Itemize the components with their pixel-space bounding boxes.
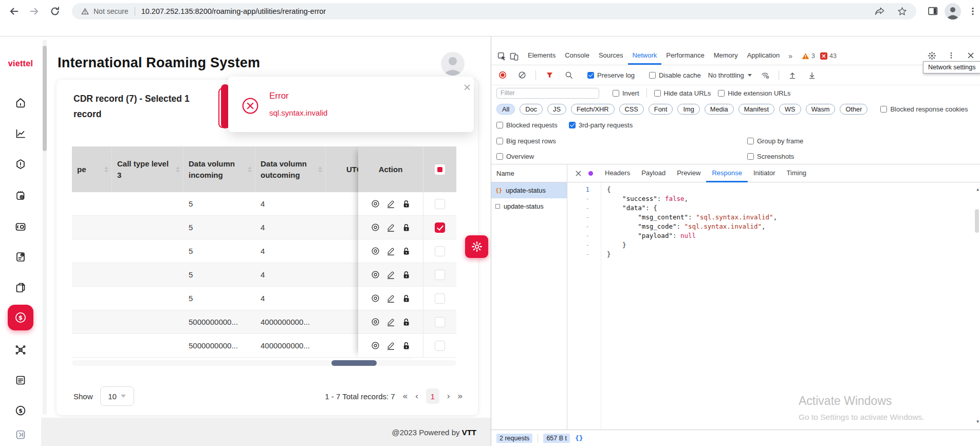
detail-tab-headers[interactable]: Headers (599, 164, 636, 182)
filter-chip-doc[interactable]: Doc (520, 104, 543, 115)
devtools-tab-memory[interactable]: Memory (709, 47, 743, 65)
settings-fab-button[interactable] (465, 235, 488, 258)
view-icon[interactable] (371, 270, 380, 279)
disable-cache-checkbox[interactable]: Disable cache (649, 71, 701, 79)
row-checkbox[interactable] (435, 222, 445, 233)
devtools-tab-network[interactable]: Network (628, 47, 662, 65)
app-vertical-scrollbar-thumb[interactable] (43, 46, 47, 151)
prev-page-button[interactable]: ‹ (415, 391, 418, 401)
row-checkbox[interactable] (435, 270, 445, 280)
filter-input[interactable] (496, 88, 599, 99)
invert-checkbox[interactable]: Invert (613, 89, 639, 97)
column-header-3[interactable]: Data volumn incoming (183, 146, 255, 192)
blocked-response-cookies-checkbox[interactable]: Blocked response cookies (880, 105, 968, 113)
detail-tab-payload[interactable]: Payload (636, 164, 671, 182)
user-avatar[interactable] (441, 52, 465, 76)
filter-chip-img[interactable]: Img (677, 104, 699, 115)
table-horizontal-scrollbar[interactable] (72, 360, 456, 366)
column-header-1[interactable]: pe (72, 146, 112, 192)
sort-carets-icon[interactable] (104, 166, 108, 173)
view-icon[interactable] (371, 247, 380, 255)
lock-icon[interactable] (402, 294, 411, 303)
request-row[interactable]: {}update-status (491, 182, 567, 198)
sort-carets-icon[interactable] (248, 166, 252, 173)
request-row[interactable]: update-status (491, 198, 567, 214)
big-request-rows-checkbox[interactable]: Big request rows (496, 137, 556, 145)
devtools-tab-sources[interactable]: Sources (594, 47, 628, 65)
sidebar-item-network[interactable] (14, 344, 27, 356)
lock-icon[interactable] (402, 223, 411, 232)
filter-chip-js[interactable]: JS (547, 104, 566, 115)
reload-icon[interactable] (49, 6, 61, 17)
sidebar-item-records[interactable] (14, 374, 27, 386)
column-header-2[interactable]: Call type level 3 (112, 146, 183, 192)
throttling-select[interactable]: No throttling (708, 71, 752, 79)
edit-icon[interactable] (386, 318, 395, 326)
select-all-checkbox[interactable] (435, 164, 445, 175)
devtools-tab-application[interactable]: Application (743, 47, 785, 65)
filter-chip-ws[interactable]: WS (779, 104, 801, 115)
record-network-log-icon[interactable] (496, 69, 509, 81)
current-page-button[interactable]: 1 (426, 388, 439, 404)
edit-icon[interactable] (386, 223, 395, 232)
detail-tab-response[interactable]: Response (706, 164, 748, 182)
requests-list-header[interactable]: Name (491, 164, 567, 182)
column-header-4[interactable]: Data volumn outcoming (255, 146, 326, 192)
overview-checkbox[interactable]: Overview (496, 153, 534, 160)
lock-icon[interactable] (402, 247, 411, 255)
sidebar-item-documents[interactable] (14, 282, 27, 294)
browser-profile-avatar[interactable] (945, 3, 961, 20)
device-toolbar-icon[interactable] (508, 50, 520, 62)
inspect-element-icon[interactable] (495, 50, 508, 62)
sidebar-item-line-chart[interactable] (14, 127, 27, 140)
sidebar-item-alert-hexagon[interactable] (14, 158, 27, 171)
last-page-button[interactable]: » (458, 391, 463, 401)
hide-extension-urls-checkbox[interactable]: Hide extension URLs (718, 89, 790, 97)
view-icon[interactable] (371, 199, 380, 208)
filter-chip-manifest[interactable]: Manifest (738, 104, 774, 115)
filter-chip-css[interactable]: CSS (619, 104, 644, 115)
view-icon[interactable] (371, 223, 380, 232)
clear-network-log-icon[interactable] (516, 69, 528, 81)
sidebar-item-logout[interactable] (14, 429, 27, 441)
devtools-tab-performance[interactable]: Performance (661, 47, 709, 65)
preserve-log-checkbox[interactable]: Preserve log (587, 71, 635, 79)
lock-icon[interactable] (402, 341, 411, 350)
filter-chip-other[interactable]: Other (840, 104, 867, 115)
close-detail-icon[interactable] (572, 167, 584, 179)
edit-icon[interactable] (386, 270, 395, 279)
row-checkbox[interactable] (435, 293, 445, 304)
filter-chip-fetchxhr[interactable]: Fetch/XHR (571, 104, 615, 115)
devtools-settings-gear-icon[interactable] (926, 49, 938, 62)
filter-chip-media[interactable]: Media (705, 104, 734, 115)
sidebar-item-report[interactable] (14, 251, 27, 263)
braces-icon[interactable]: {} (575, 434, 583, 442)
group-by-frame-checkbox[interactable]: Group by frame (747, 137, 803, 145)
errors-count[interactable]: 43 (820, 52, 837, 60)
sidebar-item-system-chip[interactable] (14, 190, 27, 202)
back-icon[interactable] (8, 6, 20, 17)
filter-icon[interactable] (543, 69, 556, 81)
view-icon[interactable] (371, 318, 380, 326)
row-checkbox[interactable] (435, 341, 445, 351)
transferred-size[interactable]: 657 B t (543, 434, 570, 443)
detail-tab-initiator[interactable]: Initiator (748, 164, 781, 182)
edit-icon[interactable] (386, 247, 395, 255)
response-viewer[interactable]: 1{- "success": false,- "data": {- "msg_c… (568, 182, 980, 430)
detail-tab-timing[interactable]: Timing (781, 164, 812, 182)
sidebar-item-home[interactable] (14, 97, 27, 109)
response-scrollbar-thumb[interactable] (975, 209, 979, 233)
requests-count[interactable]: 2 requests (496, 434, 532, 443)
url-text[interactable]: 10.207.252.135:8200/roaming-app/utilitie… (141, 7, 326, 15)
row-checkbox[interactable] (435, 199, 445, 209)
blocked-requests-checkbox[interactable]: Blocked requests (496, 121, 558, 129)
sidebar-item-billing[interactable]: $ (8, 305, 33, 330)
bookmark-star-icon[interactable] (897, 7, 907, 16)
filter-chip-wasm[interactable]: Wasm (806, 104, 836, 115)
view-icon[interactable] (371, 341, 380, 350)
edit-icon[interactable] (386, 341, 395, 350)
edit-icon[interactable] (386, 294, 395, 303)
first-page-button[interactable]: « (403, 391, 408, 401)
sort-carets-icon[interactable] (318, 166, 322, 173)
toast-close-icon[interactable] (464, 84, 471, 91)
